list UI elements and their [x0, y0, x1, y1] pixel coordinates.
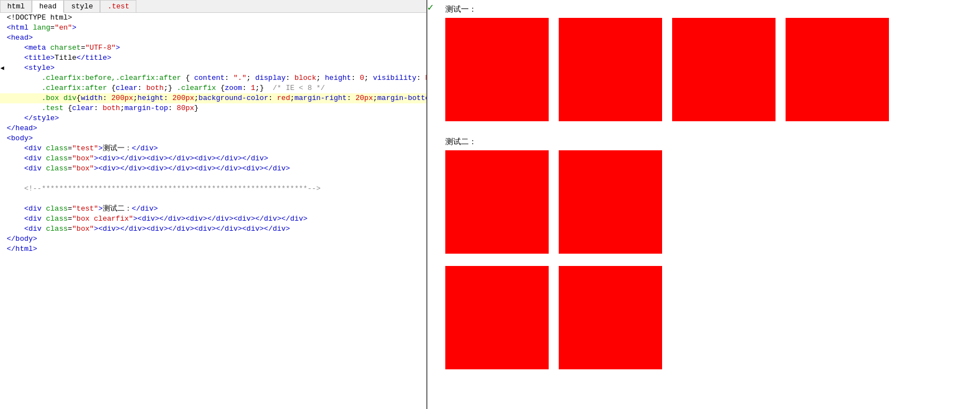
line-indicator: [0, 103, 4, 113]
code-content: </style>: [4, 113, 426, 123]
red-box: [445, 266, 549, 369]
red-box: [445, 18, 549, 121]
line-indicator: [0, 144, 4, 154]
code-content: [4, 194, 426, 204]
code-line: <div class="test">测试二：</div>: [0, 204, 426, 214]
code-line: </body>: [0, 234, 426, 244]
preview-panel: 测试一： 测试二：: [439, 0, 980, 409]
test1-row1: [445, 18, 973, 131]
test2-row1: [445, 150, 973, 264]
code-content: <title>Title</title>: [4, 53, 426, 63]
red-box: [559, 266, 662, 369]
code-line: .clearfix:after {clear: both;} .clearfix…: [0, 83, 426, 93]
tab-bar: html head style .test: [0, 0, 426, 13]
line-indicator: [0, 214, 4, 224]
code-line: <div class="box"><div></div><div></div><…: [0, 164, 426, 174]
code-content: <!DOCTYPE html>: [4, 13, 426, 23]
code-content: <meta charset="UTF-8">: [4, 43, 426, 53]
code-line: <div class="box clearfix"><div></div><di…: [0, 214, 426, 224]
line-indicator: [0, 13, 4, 23]
code-line: <div class="box"><div></div><div></div><…: [0, 224, 426, 234]
editor-panel: html head style .test <!DOCTYPE html> <h…: [0, 0, 427, 409]
red-box: [445, 150, 549, 254]
code-line: </head>: [0, 123, 426, 134]
line-indicator: [0, 164, 4, 174]
check-icon: ✓: [427, 1, 434, 13]
code-line: <title>Title</title>: [0, 53, 426, 63]
test2-row2: [445, 266, 973, 379]
code-line: .test {clear: both;margin-top: 80px}: [0, 103, 426, 113]
test1-section: 测试一：: [445, 4, 973, 131]
code-line: <div class="box"><div></div><div></div><…: [0, 154, 426, 164]
line-indicator: [0, 93, 4, 103]
code-content: <body>: [4, 134, 426, 144]
line-indicator: [0, 23, 4, 33]
code-line: ◀ <style>: [0, 63, 426, 73]
line-indicator: [0, 33, 4, 43]
test1-label: 测试一：: [445, 4, 973, 15]
line-indicator: [0, 134, 4, 144]
tab-style[interactable]: style: [64, 0, 100, 12]
code-line: </html>: [0, 244, 426, 254]
red-box: [559, 18, 662, 121]
code-content: </head>: [4, 123, 426, 134]
code-line: <!--************************************…: [0, 184, 426, 194]
code-content: [4, 174, 426, 184]
tab-html[interactable]: html: [0, 0, 32, 12]
code-line: .clearfix:before,.clearfix:after { conte…: [0, 73, 426, 83]
line-indicator: [0, 43, 4, 53]
code-line: <body>: [0, 134, 426, 144]
code-line: <head>: [0, 33, 426, 43]
line-indicator: [0, 73, 4, 83]
code-content: <div class="box"><div></div><div></div><…: [4, 224, 426, 234]
line-indicator: [0, 234, 4, 244]
line-indicator: [0, 204, 4, 214]
code-area[interactable]: <!DOCTYPE html> <html lang="en"> <head> …: [0, 13, 426, 409]
test2-label: 测试二：: [445, 137, 973, 147]
code-content: <!--************************************…: [4, 184, 426, 194]
code-line: [0, 174, 426, 184]
code-line: <html lang="en">: [0, 23, 426, 33]
line-indicator: [0, 113, 4, 123]
code-content: <html lang="en">: [4, 23, 426, 33]
code-content: <div class="test">测试二：</div>: [4, 204, 426, 214]
code-content: .box div{width: 200px;height: 200px;back…: [4, 93, 426, 103]
code-content: <div class="box"><div></div><div></div><…: [4, 164, 426, 174]
code-line: <!DOCTYPE html>: [0, 13, 426, 23]
code-content: <div class="box"><div></div><div></div><…: [4, 154, 426, 164]
tab-dottest[interactable]: .test: [100, 0, 136, 12]
code-line: <meta charset="UTF-8">: [0, 43, 426, 53]
red-box: [672, 18, 776, 121]
line-indicator: [0, 154, 4, 164]
red-box: [559, 150, 662, 254]
code-content: .test {clear: both;margin-top: 80px}: [4, 103, 426, 113]
code-content: </html>: [4, 244, 426, 254]
red-box: [786, 18, 889, 121]
test2-section: 测试二：: [445, 137, 973, 379]
line-indicator: [0, 244, 4, 254]
code-line: </style>: [0, 113, 426, 123]
code-content: <div class="box clearfix"><div></div><di…: [4, 214, 426, 224]
tab-head[interactable]: head: [32, 0, 64, 13]
code-content: <div class="test">测试一：</div>: [4, 144, 426, 154]
code-line: [0, 194, 426, 204]
line-indicator: [0, 83, 4, 93]
code-line: <div class="test">测试一：</div>: [0, 144, 426, 154]
line-indicator: [0, 53, 4, 63]
code-line-highlighted: .box div{width: 200px;height: 200px;back…: [0, 93, 426, 103]
code-content: <head>: [4, 33, 426, 43]
code-content: </body>: [4, 234, 426, 244]
line-indicator: [0, 194, 4, 204]
code-content: .clearfix:before,.clearfix:after { conte…: [4, 73, 426, 83]
line-indicator: [0, 123, 4, 134]
code-content: <style>: [4, 63, 426, 73]
line-indicator-arrow: ◀: [0, 63, 4, 73]
line-indicator: [0, 224, 4, 234]
line-indicator: [0, 174, 4, 184]
line-indicator: [0, 184, 4, 194]
divider-check: ✓: [427, 0, 439, 409]
code-content: .clearfix:after {clear: both;} .clearfix…: [4, 83, 426, 93]
